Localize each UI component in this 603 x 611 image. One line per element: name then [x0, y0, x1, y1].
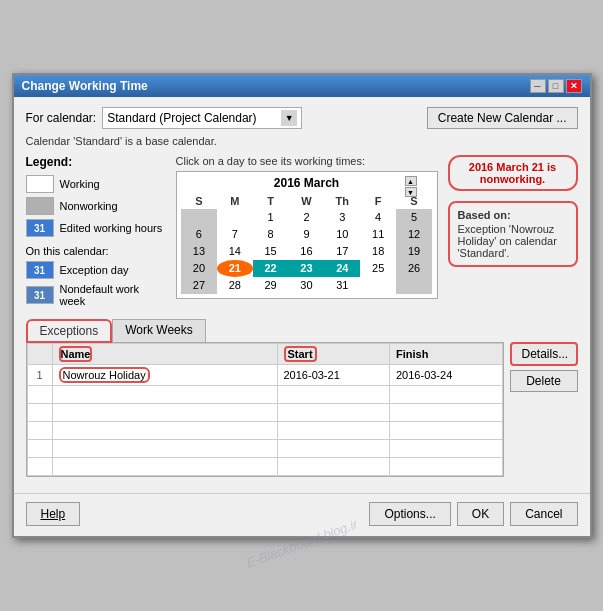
- cal-day-19[interactable]: 19: [396, 243, 432, 260]
- start-header-label: Start: [284, 346, 317, 362]
- cal-day-24[interactable]: 24: [324, 260, 360, 277]
- cal-day-7[interactable]: 7: [217, 226, 253, 243]
- calendar-dropdown-value: Standard (Project Calendar): [107, 111, 256, 125]
- exception-finish-1[interactable]: 2016-03-24: [390, 365, 503, 386]
- exceptions-row-3[interactable]: [27, 404, 502, 422]
- cal-header-f: F: [360, 194, 396, 209]
- exception-day-label: Exception day: [60, 264, 129, 276]
- cal-header-m: M: [217, 194, 253, 209]
- exception-day-box: 31: [26, 261, 54, 279]
- exception-start-1[interactable]: 2016-03-21: [277, 365, 390, 386]
- cal-day-15[interactable]: 15: [253, 243, 289, 260]
- cal-day-26[interactable]: 26: [396, 260, 432, 277]
- tab-work-weeks[interactable]: Work Weeks: [112, 319, 206, 342]
- cal-day-3[interactable]: 3: [324, 209, 360, 226]
- calendar-month-year: 2016 March: [181, 176, 433, 190]
- calendar-prev-button[interactable]: ▲: [405, 176, 417, 186]
- cal-day-14[interactable]: 14: [217, 243, 253, 260]
- col-header-num: [27, 344, 52, 365]
- close-button[interactable]: ✕: [566, 79, 582, 93]
- col-header-finish: Finish: [390, 344, 503, 365]
- cal-day-20[interactable]: 20: [181, 260, 217, 277]
- edited-label: Edited working hours: [60, 222, 163, 234]
- cal-day-23[interactable]: 23: [289, 260, 325, 277]
- legend-exception-day: 31 Exception day: [26, 261, 166, 279]
- cal-day-31[interactable]: 31: [324, 277, 360, 294]
- exceptions-row-4[interactable]: [27, 422, 502, 440]
- exception-name-1[interactable]: Nowrouz Holiday: [52, 365, 277, 386]
- cal-week-4: 20 21 22 23 24 25 26: [181, 260, 432, 277]
- dropdown-arrow-icon[interactable]: ▼: [281, 110, 297, 126]
- based-on-text: Exception 'Nowrouz Holiday' on calendar …: [458, 223, 568, 259]
- options-button[interactable]: Options...: [369, 502, 450, 526]
- calendar-nav: ▲ ▼: [405, 176, 417, 197]
- calendar-container: 2016 March ▲ ▼ S M T W Th: [176, 171, 438, 299]
- exceptions-row-5[interactable]: [27, 440, 502, 458]
- cal-header-s1: S: [181, 194, 217, 209]
- cal-day-21[interactable]: 21: [217, 260, 253, 277]
- cal-day-10[interactable]: 10: [324, 226, 360, 243]
- cal-week-1: 1 2 3 4 5: [181, 209, 432, 226]
- exceptions-row-6[interactable]: [27, 458, 502, 476]
- legend-working: Working: [26, 175, 166, 193]
- calendar-instruction: Click on a day to see its working times:: [176, 155, 438, 167]
- title-controls: ─ □ ✕: [530, 79, 582, 93]
- cal-day-29[interactable]: 29: [253, 277, 289, 294]
- exceptions-row-1[interactable]: 1 Nowrouz Holiday 2016-03-21 2016-03-24: [27, 365, 502, 386]
- calendar-dropdown[interactable]: Standard (Project Calendar) ▼: [102, 107, 302, 129]
- cal-day-17[interactable]: 17: [324, 243, 360, 260]
- cal-day-16[interactable]: 16: [289, 243, 325, 260]
- nondefault-week-box: 31: [26, 286, 54, 304]
- cal-day-6[interactable]: 6: [181, 226, 217, 243]
- title-bar: Change Working Time ─ □ ✕: [14, 75, 590, 97]
- working-color-box: [26, 175, 54, 193]
- exceptions-table: Name Start Finish 1 Nowrouz Holi: [27, 343, 503, 476]
- cal-day-1[interactable]: 1: [253, 209, 289, 226]
- col-header-name: Name: [52, 344, 277, 365]
- on-calendar-section: On this calendar: 31 Exception day 31 No…: [26, 245, 166, 307]
- details-button[interactable]: Details...: [510, 342, 578, 366]
- cal-day-13[interactable]: 13: [181, 243, 217, 260]
- cal-day-12[interactable]: 12: [396, 226, 432, 243]
- based-on-box: Based on: Exception 'Nowrouz Holiday' on…: [448, 201, 578, 267]
- cal-day-empty[interactable]: [217, 209, 253, 226]
- cal-day-25[interactable]: 25: [360, 260, 396, 277]
- exceptions-buttons: Details... Delete: [510, 342, 578, 392]
- cal-day-empty[interactable]: [181, 209, 217, 226]
- minimize-button[interactable]: ─: [530, 79, 546, 93]
- create-new-calendar-button[interactable]: Create New Calendar ...: [427, 107, 578, 129]
- cal-day-empty[interactable]: [396, 277, 432, 294]
- legend-title: Legend:: [26, 155, 166, 169]
- cal-day-27[interactable]: 27: [181, 277, 217, 294]
- base-calendar-text: Calendar 'Standard' is a base calendar.: [26, 135, 578, 147]
- cal-day-30[interactable]: 30: [289, 277, 325, 294]
- exceptions-left-panel: Name Start Finish 1 Nowrouz Holi: [26, 342, 504, 477]
- help-button[interactable]: Help: [26, 502, 81, 526]
- exceptions-row-2[interactable]: [27, 386, 502, 404]
- cal-day-22[interactable]: 22: [253, 260, 289, 277]
- delete-button[interactable]: Delete: [510, 370, 578, 392]
- cal-header-t1: T: [253, 194, 289, 209]
- cal-day-8[interactable]: 8: [253, 226, 289, 243]
- main-area: Legend: Working Nonworking 31 Edited wor…: [26, 155, 578, 311]
- cal-day-empty[interactable]: [360, 277, 396, 294]
- right-panel: 2016 March 21 is nonworking. Based on: E…: [448, 155, 578, 311]
- nonworking-color-box: [26, 197, 54, 215]
- cal-day-28[interactable]: 28: [217, 277, 253, 294]
- cal-day-9[interactable]: 9: [289, 226, 325, 243]
- maximize-button[interactable]: □: [548, 79, 564, 93]
- for-calendar-label: For calendar:: [26, 111, 97, 125]
- cal-day-5[interactable]: 5: [396, 209, 432, 226]
- nonworking-label: Nonworking: [60, 200, 118, 212]
- ok-button[interactable]: OK: [457, 502, 504, 526]
- cal-day-2[interactable]: 2: [289, 209, 325, 226]
- calendar-next-button[interactable]: ▼: [405, 187, 417, 197]
- cancel-button[interactable]: Cancel: [510, 502, 577, 526]
- tab-exceptions[interactable]: Exceptions: [26, 319, 113, 343]
- cal-day-11[interactable]: 11: [360, 226, 396, 243]
- cal-day-18[interactable]: 18: [360, 243, 396, 260]
- calendar-panel: Click on a day to see its working times:…: [176, 155, 438, 311]
- working-label: Working: [60, 178, 100, 190]
- on-calendar-title: On this calendar:: [26, 245, 166, 257]
- cal-day-4[interactable]: 4: [360, 209, 396, 226]
